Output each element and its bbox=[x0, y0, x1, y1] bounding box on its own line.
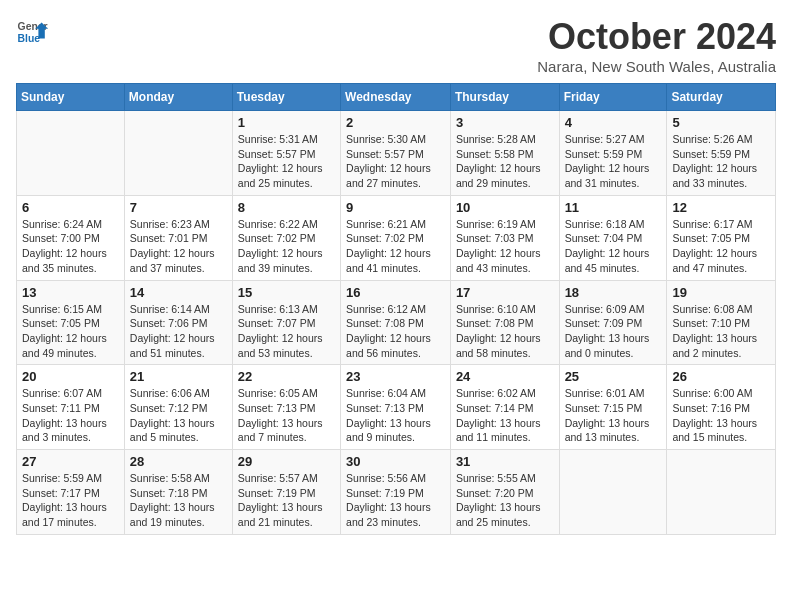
calendar-cell: 4Sunrise: 5:27 AM Sunset: 5:59 PM Daylig… bbox=[559, 111, 667, 196]
day-info: Sunrise: 6:01 AM Sunset: 7:15 PM Dayligh… bbox=[565, 386, 662, 445]
day-info: Sunrise: 6:04 AM Sunset: 7:13 PM Dayligh… bbox=[346, 386, 445, 445]
day-number: 31 bbox=[456, 454, 554, 469]
day-info: Sunrise: 5:30 AM Sunset: 5:57 PM Dayligh… bbox=[346, 132, 445, 191]
day-number: 8 bbox=[238, 200, 335, 215]
day-info: Sunrise: 5:56 AM Sunset: 7:19 PM Dayligh… bbox=[346, 471, 445, 530]
calendar-cell: 5Sunrise: 5:26 AM Sunset: 5:59 PM Daylig… bbox=[667, 111, 776, 196]
day-number: 4 bbox=[565, 115, 662, 130]
day-header-tuesday: Tuesday bbox=[232, 84, 340, 111]
day-number: 20 bbox=[22, 369, 119, 384]
day-info: Sunrise: 6:13 AM Sunset: 7:07 PM Dayligh… bbox=[238, 302, 335, 361]
calendar-cell: 23Sunrise: 6:04 AM Sunset: 7:13 PM Dayli… bbox=[341, 365, 451, 450]
calendar-table: SundayMondayTuesdayWednesdayThursdayFrid… bbox=[16, 83, 776, 535]
month-title: October 2024 bbox=[537, 16, 776, 58]
day-info: Sunrise: 5:28 AM Sunset: 5:58 PM Dayligh… bbox=[456, 132, 554, 191]
day-number: 25 bbox=[565, 369, 662, 384]
calendar-cell bbox=[17, 111, 125, 196]
day-number: 6 bbox=[22, 200, 119, 215]
calendar-cell: 28Sunrise: 5:58 AM Sunset: 7:18 PM Dayli… bbox=[124, 450, 232, 535]
calendar-cell: 17Sunrise: 6:10 AM Sunset: 7:08 PM Dayli… bbox=[450, 280, 559, 365]
calendar-cell: 21Sunrise: 6:06 AM Sunset: 7:12 PM Dayli… bbox=[124, 365, 232, 450]
day-number: 7 bbox=[130, 200, 227, 215]
day-number: 3 bbox=[456, 115, 554, 130]
day-number: 26 bbox=[672, 369, 770, 384]
calendar-cell: 6Sunrise: 6:24 AM Sunset: 7:00 PM Daylig… bbox=[17, 195, 125, 280]
calendar-cell: 14Sunrise: 6:14 AM Sunset: 7:06 PM Dayli… bbox=[124, 280, 232, 365]
calendar-cell: 20Sunrise: 6:07 AM Sunset: 7:11 PM Dayli… bbox=[17, 365, 125, 450]
day-number: 18 bbox=[565, 285, 662, 300]
day-info: Sunrise: 6:21 AM Sunset: 7:02 PM Dayligh… bbox=[346, 217, 445, 276]
calendar-week-2: 6Sunrise: 6:24 AM Sunset: 7:00 PM Daylig… bbox=[17, 195, 776, 280]
logo-icon: General Blue bbox=[16, 16, 48, 48]
day-number: 29 bbox=[238, 454, 335, 469]
day-info: Sunrise: 5:31 AM Sunset: 5:57 PM Dayligh… bbox=[238, 132, 335, 191]
day-number: 13 bbox=[22, 285, 119, 300]
calendar-cell: 27Sunrise: 5:59 AM Sunset: 7:17 PM Dayli… bbox=[17, 450, 125, 535]
day-number: 21 bbox=[130, 369, 227, 384]
calendar-cell: 12Sunrise: 6:17 AM Sunset: 7:05 PM Dayli… bbox=[667, 195, 776, 280]
calendar-cell: 16Sunrise: 6:12 AM Sunset: 7:08 PM Dayli… bbox=[341, 280, 451, 365]
day-info: Sunrise: 6:23 AM Sunset: 7:01 PM Dayligh… bbox=[130, 217, 227, 276]
day-number: 28 bbox=[130, 454, 227, 469]
calendar-week-5: 27Sunrise: 5:59 AM Sunset: 7:17 PM Dayli… bbox=[17, 450, 776, 535]
day-info: Sunrise: 6:19 AM Sunset: 7:03 PM Dayligh… bbox=[456, 217, 554, 276]
day-number: 14 bbox=[130, 285, 227, 300]
calendar-week-1: 1Sunrise: 5:31 AM Sunset: 5:57 PM Daylig… bbox=[17, 111, 776, 196]
day-info: Sunrise: 5:58 AM Sunset: 7:18 PM Dayligh… bbox=[130, 471, 227, 530]
day-info: Sunrise: 6:09 AM Sunset: 7:09 PM Dayligh… bbox=[565, 302, 662, 361]
day-info: Sunrise: 6:02 AM Sunset: 7:14 PM Dayligh… bbox=[456, 386, 554, 445]
day-info: Sunrise: 6:18 AM Sunset: 7:04 PM Dayligh… bbox=[565, 217, 662, 276]
day-info: Sunrise: 6:07 AM Sunset: 7:11 PM Dayligh… bbox=[22, 386, 119, 445]
calendar-cell: 19Sunrise: 6:08 AM Sunset: 7:10 PM Dayli… bbox=[667, 280, 776, 365]
day-info: Sunrise: 6:24 AM Sunset: 7:00 PM Dayligh… bbox=[22, 217, 119, 276]
page-header: General Blue October 2024 Narara, New So… bbox=[16, 16, 776, 75]
day-header-thursday: Thursday bbox=[450, 84, 559, 111]
day-number: 24 bbox=[456, 369, 554, 384]
location-subtitle: Narara, New South Wales, Australia bbox=[537, 58, 776, 75]
day-info: Sunrise: 5:27 AM Sunset: 5:59 PM Dayligh… bbox=[565, 132, 662, 191]
day-info: Sunrise: 6:15 AM Sunset: 7:05 PM Dayligh… bbox=[22, 302, 119, 361]
calendar-cell: 13Sunrise: 6:15 AM Sunset: 7:05 PM Dayli… bbox=[17, 280, 125, 365]
calendar-cell bbox=[667, 450, 776, 535]
day-number: 27 bbox=[22, 454, 119, 469]
calendar-header: SundayMondayTuesdayWednesdayThursdayFrid… bbox=[17, 84, 776, 111]
calendar-cell: 8Sunrise: 6:22 AM Sunset: 7:02 PM Daylig… bbox=[232, 195, 340, 280]
day-header-saturday: Saturday bbox=[667, 84, 776, 111]
calendar-cell: 26Sunrise: 6:00 AM Sunset: 7:16 PM Dayli… bbox=[667, 365, 776, 450]
day-number: 16 bbox=[346, 285, 445, 300]
day-number: 30 bbox=[346, 454, 445, 469]
logo: General Blue bbox=[16, 16, 48, 48]
day-number: 23 bbox=[346, 369, 445, 384]
day-info: Sunrise: 6:08 AM Sunset: 7:10 PM Dayligh… bbox=[672, 302, 770, 361]
day-number: 12 bbox=[672, 200, 770, 215]
calendar-cell: 3Sunrise: 5:28 AM Sunset: 5:58 PM Daylig… bbox=[450, 111, 559, 196]
day-number: 2 bbox=[346, 115, 445, 130]
day-info: Sunrise: 6:22 AM Sunset: 7:02 PM Dayligh… bbox=[238, 217, 335, 276]
calendar-cell: 31Sunrise: 5:55 AM Sunset: 7:20 PM Dayli… bbox=[450, 450, 559, 535]
calendar-cell: 22Sunrise: 6:05 AM Sunset: 7:13 PM Dayli… bbox=[232, 365, 340, 450]
day-info: Sunrise: 6:00 AM Sunset: 7:16 PM Dayligh… bbox=[672, 386, 770, 445]
calendar-cell bbox=[559, 450, 667, 535]
day-number: 1 bbox=[238, 115, 335, 130]
calendar-cell: 25Sunrise: 6:01 AM Sunset: 7:15 PM Dayli… bbox=[559, 365, 667, 450]
calendar-week-4: 20Sunrise: 6:07 AM Sunset: 7:11 PM Dayli… bbox=[17, 365, 776, 450]
day-header-monday: Monday bbox=[124, 84, 232, 111]
svg-text:Blue: Blue bbox=[18, 33, 41, 44]
calendar-body: 1Sunrise: 5:31 AM Sunset: 5:57 PM Daylig… bbox=[17, 111, 776, 535]
day-info: Sunrise: 6:05 AM Sunset: 7:13 PM Dayligh… bbox=[238, 386, 335, 445]
day-number: 5 bbox=[672, 115, 770, 130]
calendar-cell: 1Sunrise: 5:31 AM Sunset: 5:57 PM Daylig… bbox=[232, 111, 340, 196]
day-info: Sunrise: 6:12 AM Sunset: 7:08 PM Dayligh… bbox=[346, 302, 445, 361]
calendar-cell: 2Sunrise: 5:30 AM Sunset: 5:57 PM Daylig… bbox=[341, 111, 451, 196]
day-info: Sunrise: 6:10 AM Sunset: 7:08 PM Dayligh… bbox=[456, 302, 554, 361]
calendar-cell: 18Sunrise: 6:09 AM Sunset: 7:09 PM Dayli… bbox=[559, 280, 667, 365]
calendar-cell: 15Sunrise: 6:13 AM Sunset: 7:07 PM Dayli… bbox=[232, 280, 340, 365]
calendar-cell: 30Sunrise: 5:56 AM Sunset: 7:19 PM Dayli… bbox=[341, 450, 451, 535]
day-info: Sunrise: 5:26 AM Sunset: 5:59 PM Dayligh… bbox=[672, 132, 770, 191]
day-number: 11 bbox=[565, 200, 662, 215]
day-header-friday: Friday bbox=[559, 84, 667, 111]
day-header-sunday: Sunday bbox=[17, 84, 125, 111]
day-info: Sunrise: 6:17 AM Sunset: 7:05 PM Dayligh… bbox=[672, 217, 770, 276]
day-info: Sunrise: 5:59 AM Sunset: 7:17 PM Dayligh… bbox=[22, 471, 119, 530]
day-number: 15 bbox=[238, 285, 335, 300]
